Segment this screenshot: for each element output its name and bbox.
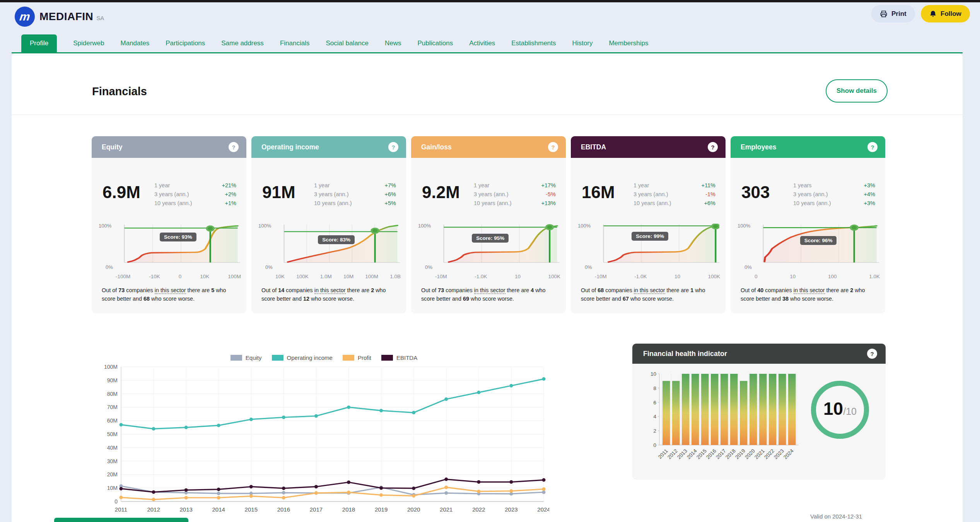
percentile-curve-svg [116, 224, 240, 268]
tab-history[interactable]: History [572, 39, 593, 47]
tab-mandates[interactable]: Mandates [121, 39, 150, 47]
x-axis-ticks: 0101001.0K [755, 274, 880, 279]
card-header: Financial health indicator ? [632, 344, 886, 364]
score-tooltip: Score: 96% [800, 236, 837, 245]
tab-memberships[interactable]: Memberships [609, 39, 648, 47]
stat-value: +1% [225, 199, 236, 208]
tab-financials[interactable]: Financials [280, 39, 310, 47]
svg-text:2017: 2017 [715, 448, 727, 460]
tab-same-address[interactable]: Same address [221, 39, 264, 47]
stat-value: +3% [864, 199, 875, 208]
stat-label: 10 years (ann.) [314, 199, 352, 208]
card-title: Equity [102, 143, 122, 151]
tab-profile[interactable]: Profile [21, 34, 57, 52]
stat-value: -1% [705, 190, 715, 199]
metric-value: 91M [262, 183, 295, 202]
stat-label: 3 years (ann.) [314, 190, 348, 199]
svg-text:2019: 2019 [734, 448, 746, 460]
metric-card-equity: Equity ? 6.9M 1 year+21% 3 years (ann.)+… [92, 136, 246, 313]
stat-value: +2% [225, 190, 236, 199]
legend-item[interactable]: Operating income [272, 354, 333, 361]
help-icon[interactable]: ? [708, 142, 718, 152]
svg-text:2011: 2011 [657, 448, 669, 460]
help-icon[interactable]: ? [867, 142, 878, 152]
print-label: Print [891, 10, 907, 18]
percentile-mini-chart: 100% 0% 10K100K1.0M10M100M1.0B Score: 83… [258, 224, 401, 282]
print-button[interactable]: Print [871, 5, 915, 22]
tab-social-balance[interactable]: Social balance [326, 39, 369, 47]
svg-text:0: 0 [114, 498, 118, 505]
page-title: Financials [92, 85, 147, 98]
stat-value: +4% [864, 190, 875, 199]
metric-value: 303 [741, 183, 770, 202]
x-axis-ticks: -10M-1.0K10100K [435, 274, 560, 279]
tab-establishments[interactable]: Establishments [511, 39, 556, 47]
legend-item[interactable]: EBITDA [381, 354, 417, 361]
metric-stats: 1 year+11% 3 years (ann.)-1% 10 years (a… [633, 181, 715, 208]
metric-card-employees: Employees ? 303 1 years+3% 3 years (ann.… [731, 136, 885, 313]
svg-text:2016: 2016 [277, 506, 290, 513]
legend-item[interactable]: Profit [343, 354, 371, 361]
x-axis-ticks: -100M-10K010K100M [116, 274, 241, 279]
card-title: Employees [741, 143, 776, 151]
percentile-curve-svg [595, 224, 719, 268]
percentile-curve-svg [755, 224, 879, 268]
help-icon[interactable]: ? [229, 142, 239, 152]
health-score-denominator: /10 [843, 406, 857, 417]
percentile-curve-svg [275, 224, 400, 268]
bell-icon [929, 10, 937, 18]
svg-text:2024: 2024 [537, 506, 549, 513]
svg-text:100M: 100M [104, 364, 118, 370]
show-details-button[interactable]: Show details [826, 79, 888, 103]
metric-stats: 1 years+3% 3 years (ann.)+4% 10 years (a… [793, 181, 875, 208]
svg-text:10: 10 [650, 371, 656, 377]
y-axis-label: 100% [99, 223, 111, 229]
legend-swatch [343, 355, 354, 361]
metric-stats: 1 year+21% 3 years (ann.)+2% 10 years (a… [154, 181, 236, 208]
svg-text:2019: 2019 [375, 506, 388, 513]
legend-label: EBITDA [396, 354, 417, 361]
sector-comparison-text: Out of 73 companies in this sector there… [421, 286, 559, 303]
legend-swatch [230, 355, 242, 361]
svg-text:90M: 90M [107, 377, 118, 383]
stat-label: 3 years (ann.) [633, 190, 668, 199]
tab-spiderweb[interactable]: Spiderweb [73, 39, 104, 47]
stat-value: +3% [864, 181, 875, 190]
tab-news[interactable]: News [385, 39, 401, 47]
card-body: 9.2M 1 year+17% 3 years (ann.)-5% 10 yea… [411, 158, 566, 313]
percentile-mini-chart: 100% 0% -10M-1.0K10100K Score: 99% [577, 224, 721, 282]
help-icon[interactable]: ? [867, 349, 877, 359]
stat-value: +5% [385, 199, 396, 208]
legend-swatch [272, 355, 283, 361]
percentile-mini-chart: 100% 0% 0101001.0K Score: 96% [737, 224, 881, 282]
sector-comparison-text: Out of 73 companies in this sector there… [102, 286, 239, 303]
metric-stats: 1 year+17% 3 years (ann.)-5% 10 years (a… [474, 181, 556, 208]
svg-text:2012: 2012 [147, 506, 160, 513]
percentile-curve-svg [435, 224, 560, 268]
follow-label: Follow [941, 10, 961, 18]
score-tooltip: Score: 93% [160, 233, 196, 241]
tab-participations[interactable]: Participations [166, 39, 205, 47]
help-icon[interactable]: ? [388, 142, 398, 152]
help-icon[interactable]: ? [548, 142, 558, 152]
chart-legend: EquityOperating incomeProfitEBITDA [99, 354, 549, 361]
x-axis-ticks: 10K100K1.0M10M100M1.0B [275, 274, 401, 279]
svg-text:2018: 2018 [724, 448, 737, 460]
y-axis-label: 0% [265, 264, 273, 270]
legend-item[interactable]: Equity [230, 354, 262, 361]
x-axis-ticks: -10M-1.0K10100K [595, 274, 720, 279]
tab-publications[interactable]: Publications [418, 39, 453, 47]
follow-button[interactable]: Follow [921, 5, 970, 22]
y-axis-label: 0% [106, 264, 113, 270]
stat-value: +6% [385, 190, 396, 199]
svg-text:2015: 2015 [695, 448, 708, 460]
svg-text:40M: 40M [107, 445, 118, 451]
sector-comparison-text: Out of 40 companies in this sector there… [741, 286, 878, 303]
svg-text:2021: 2021 [440, 506, 452, 513]
tab-activities[interactable]: Activities [469, 39, 495, 47]
stat-label: 1 year [633, 181, 649, 190]
card-title: Gain/loss [421, 143, 452, 151]
svg-text:2017: 2017 [310, 506, 323, 513]
section-divider [12, 115, 963, 115]
stat-value: +21% [222, 181, 237, 190]
